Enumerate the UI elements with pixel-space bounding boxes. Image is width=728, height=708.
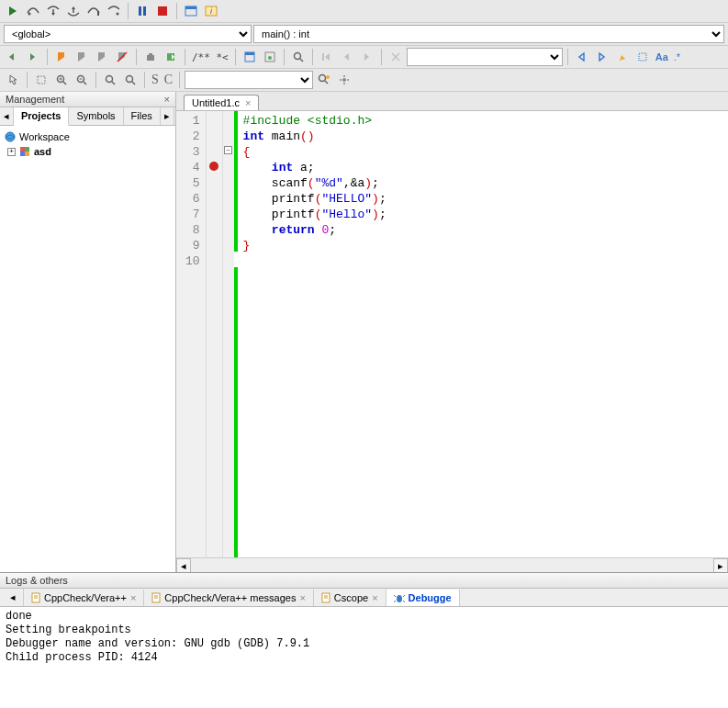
sidebar-tab-projects[interactable]: Projects (14, 107, 69, 126)
code-editor[interactable]: 1 2 3 4 5 6 7 8 9 10 − (176, 111, 728, 557)
tab-close-icon[interactable]: × (299, 592, 305, 603)
nav-next-icon[interactable] (358, 48, 376, 66)
project-tree: Workspace + asd (0, 126, 175, 572)
step-out-icon[interactable] (64, 2, 83, 20)
goto-prev-icon[interactable] (573, 48, 591, 66)
zoom-out-icon[interactable] (73, 71, 91, 89)
svg-line-39 (63, 82, 66, 84)
forward-icon[interactable] (24, 48, 42, 66)
sidebar: Management × ◂ Projects Symbols Files ▸ … (0, 92, 176, 572)
tree-workspace[interactable]: Workspace (4, 129, 172, 144)
goto-next-icon[interactable] (593, 48, 611, 66)
c-label[interactable]: C (162, 73, 174, 87)
log-line: Child process PID: 4124 (6, 651, 722, 665)
svg-line-72 (403, 601, 405, 602)
svg-point-24 (294, 53, 300, 60)
tab-close-icon[interactable]: × (372, 592, 377, 603)
svg-marker-28 (344, 53, 349, 61)
svg-point-52 (342, 78, 346, 82)
sidebar-close-icon[interactable]: × (164, 94, 170, 105)
svg-point-51 (326, 75, 330, 79)
svg-rect-37 (38, 76, 45, 84)
svg-marker-13 (9, 53, 14, 61)
logs-tab-cppcheck-msg[interactable]: CppCheck/Vera++ messages × (144, 590, 314, 606)
svg-point-5 (117, 13, 119, 16)
next-instruction-icon[interactable] (105, 2, 123, 20)
scroll-left-icon[interactable]: ◂ (176, 558, 191, 572)
break-icon[interactable] (133, 2, 151, 20)
breakpoint-icon[interactable] (207, 158, 222, 174)
find-in-files-icon[interactable] (315, 71, 333, 89)
bookmark-next-icon[interactable] (93, 48, 111, 66)
sidebar-tab-left-icon[interactable]: ◂ (0, 107, 14, 125)
tree-project[interactable]: + asd (4, 144, 172, 159)
svg-marker-29 (364, 53, 369, 61)
highlight-icon[interactable] (613, 48, 632, 66)
regex-icon[interactable]: .* (672, 51, 682, 62)
log-output[interactable]: done Setting breakpoints Debugger name a… (0, 607, 728, 708)
svg-point-68 (397, 595, 402, 602)
bookmark-flag-icon[interactable] (52, 48, 71, 66)
debug-windows-icon[interactable] (182, 2, 200, 20)
logs-tab-left-icon[interactable]: ◂ (3, 589, 24, 606)
clear-icon[interactable] (386, 48, 405, 66)
tree-project-label: asd (34, 146, 51, 157)
select-tool-icon[interactable] (32, 71, 50, 89)
window2-icon[interactable] (261, 48, 279, 66)
scroll-right-icon[interactable]: ▸ (713, 558, 728, 572)
horizontal-scrollbar[interactable]: ◂ ▸ (176, 557, 728, 572)
nav-prev-icon[interactable] (338, 48, 356, 66)
filter-combo[interactable] (185, 71, 313, 89)
sidebar-tab-right-icon[interactable]: ▸ (160, 107, 174, 125)
logs-tab-debugger[interactable]: Debugge (386, 590, 460, 606)
bookmark-prev-icon[interactable] (73, 48, 91, 66)
step-into-icon[interactable] (44, 2, 62, 20)
stop-icon[interactable] (153, 2, 172, 20)
editor-tab-close-icon[interactable]: × (245, 97, 251, 108)
logs-tab-cppcheck[interactable]: CppCheck/Vera++ × (24, 590, 144, 606)
sidebar-tab-symbols[interactable]: Symbols (69, 107, 123, 125)
run-to-cursor-icon[interactable] (84, 2, 103, 20)
logs-tab-cscope[interactable]: Cscope × (314, 590, 386, 606)
search-icon[interactable] (289, 48, 308, 66)
find-icon[interactable] (101, 71, 119, 89)
match-case-icon[interactable]: Aa (654, 51, 670, 62)
scope-combo[interactable]: <global> (4, 25, 252, 43)
zoom-in-icon[interactable] (52, 71, 71, 89)
sidebar-tab-files[interactable]: Files (124, 107, 160, 125)
plugin-icon[interactable] (162, 48, 180, 66)
svg-point-49 (319, 75, 326, 82)
fold-gutter[interactable]: − (223, 111, 234, 557)
back-icon[interactable] (4, 48, 22, 66)
doc-icon (151, 592, 161, 603)
info-icon[interactable]: i (202, 2, 220, 20)
settings-icon[interactable] (141, 48, 160, 66)
run-icon[interactable] (4, 2, 22, 20)
svg-rect-21 (245, 52, 254, 55)
svg-marker-27 (325, 53, 330, 61)
svg-marker-32 (579, 53, 584, 61)
nav-first-icon[interactable] (318, 48, 336, 66)
breakpoint-gutter[interactable] (207, 111, 223, 557)
cursor-icon[interactable] (4, 71, 22, 89)
code-content[interactable]: #include <stdio.h> int main() { int a; s… (238, 111, 392, 557)
svg-line-46 (112, 82, 115, 84)
search-combo[interactable] (407, 48, 563, 66)
svg-rect-17 (149, 53, 152, 55)
s-label[interactable]: S (150, 73, 161, 87)
select-icon[interactable] (633, 48, 652, 66)
doc-icon (31, 592, 40, 603)
svg-rect-55 (25, 147, 29, 152)
comment-label[interactable]: /** *< (190, 51, 230, 63)
fold-toggle-icon[interactable]: − (224, 146, 232, 154)
editor-tab[interactable]: Untitled1.c × (184, 95, 259, 110)
bookmark-clear-icon[interactable] (113, 48, 131, 66)
svg-marker-14 (30, 53, 35, 61)
find-next-icon[interactable] (121, 71, 140, 89)
expand-icon[interactable]: + (7, 148, 16, 156)
options-icon[interactable] (335, 71, 353, 89)
window-icon[interactable] (241, 48, 259, 66)
step-over-icon[interactable] (24, 2, 42, 20)
tab-close-icon[interactable]: × (130, 592, 136, 603)
function-combo[interactable]: main() : int (253, 25, 724, 43)
